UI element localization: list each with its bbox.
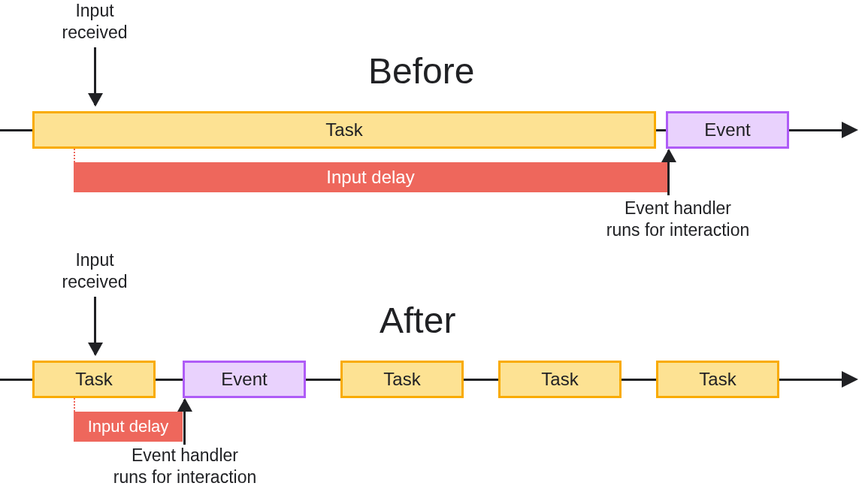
before-input-received-arrow [94,47,96,105]
before-input-dotted-connector [74,149,75,162]
before-task-box: Task [32,111,656,149]
before-timeline-arrowhead [842,122,858,138]
before-event-box: Event [666,111,789,149]
after-input-received-arrow [94,297,96,355]
after-task-box-2: Task [340,361,464,398]
after-handler-arrow [183,400,186,445]
before-title: Before [368,50,474,92]
after-input-delay-bar: Input delay [74,412,183,442]
after-input-received-label: Input received [50,249,140,293]
after-timeline-arrowhead [842,371,858,388]
after-title: After [380,300,455,341]
before-handler-arrow [667,150,670,195]
after-handler-label: Event handler runs for interaction [98,445,271,486]
before-handler-label: Event handler runs for interaction [591,198,764,241]
before-input-delay-bar: Input delay [74,162,667,192]
after-task-box-3: Task [498,361,622,398]
after-task-box-1: Task [32,361,156,398]
before-input-received-label: Input received [50,0,140,44]
after-event-box: Event [183,361,306,398]
after-input-dotted-connector [74,398,75,412]
after-task-box-4: Task [656,361,779,398]
